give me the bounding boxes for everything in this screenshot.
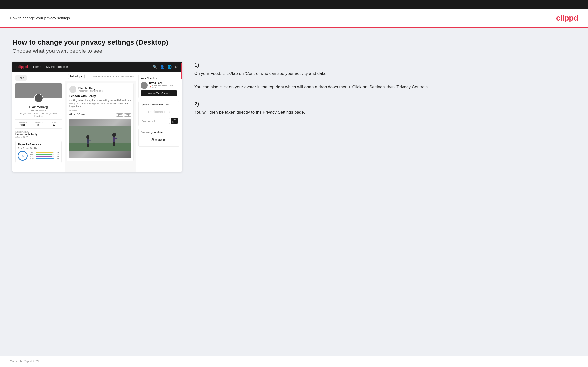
latest-activity-title: Lesson with Fordy [15, 133, 62, 136]
svg-rect-5 [87, 144, 88, 147]
instruction-1: 1) On your Feed, click/tap on 'Control w… [194, 62, 576, 91]
activity-user-meta: Yesterday · Sunningdale [78, 90, 103, 92]
player-performance: Player Performance Total Player Quality … [15, 141, 62, 163]
stat-followers: Followers 3 [34, 121, 42, 127]
nav-home: Home [33, 65, 41, 69]
svg-rect-11 [114, 142, 115, 146]
profile-stats: Activities 131 Followers 3 Following 4 [15, 119, 62, 129]
coach-info: David Ford 📍 Royal North Devon Golf Club [149, 82, 177, 89]
manage-coaches-button[interactable]: Manage Your Coaches [141, 90, 177, 96]
bar-ott-container [36, 152, 54, 153]
avatar [34, 94, 43, 103]
profile-club: Royal North Devon Golf Club, United King… [15, 112, 62, 117]
person-icon: 👤 [160, 65, 164, 69]
bar-app-container [36, 154, 54, 155]
app-mockup: clippd Home My Performance 🔍 👤 🌐 ⚙ Feed [12, 62, 182, 172]
trackman-placeholder: Trackman Link [141, 107, 177, 116]
activity-avatar [69, 86, 76, 93]
app-logo: clippd [16, 65, 28, 69]
stat-followers-value: 3 [34, 123, 42, 127]
feed-tab: Feed [15, 75, 27, 81]
svg-rect-1 [69, 143, 131, 151]
avatar-icon: ⚙ [175, 65, 178, 69]
coach-name: David Ford [149, 82, 177, 84]
following-button[interactable]: Following ▾ [68, 74, 85, 79]
tag-row: OTT APP [116, 113, 131, 117]
coach-club: 📍 Royal North Devon Golf Club [149, 84, 177, 89]
feed-header: Following ▾ Control who can see your act… [65, 72, 136, 81]
svg-rect-10 [113, 142, 114, 146]
bar-putt-container [36, 158, 54, 159]
activity-user-name: Blair McHarg [78, 87, 103, 90]
search-icon: 🔍 [153, 65, 157, 69]
profile-banner [15, 83, 62, 98]
site-footer: Copyright Clippd 2022 [0, 356, 588, 367]
location-pin-icon: 📍 [149, 86, 152, 88]
bar-ott-fill [36, 152, 53, 153]
trackman-input[interactable] [141, 118, 170, 124]
activity-user-row: Blair McHarg Yesterday · Sunningdale [69, 86, 131, 93]
coaches-title: Your Coaches [141, 77, 177, 80]
content-row: clippd Home My Performance 🔍 👤 🌐 ⚙ Feed [12, 62, 576, 172]
bar-arg-container [36, 156, 54, 157]
svg-point-2 [86, 135, 89, 139]
activity-image [69, 119, 131, 158]
page-subtitle: Choose what you want people to see [12, 48, 576, 54]
bar-arg-label: ARG [30, 156, 35, 157]
coach-club-name: Royal North Devon Golf Club [152, 84, 177, 89]
site-header: How to change your privacy settings clip… [0, 9, 588, 28]
bar-putt: PUTT 96 [30, 158, 59, 160]
instructions-col: 1) On your Feed, click/tap on 'Control w… [192, 62, 576, 126]
stat-activities-label: Activities [19, 121, 27, 123]
coach-item: David Ford 📍 Royal North Devon Golf Club [141, 82, 177, 89]
bar-app-fill [36, 154, 52, 155]
profile-subtitle: Plus Handicap [15, 109, 62, 112]
pp-title: Player Performance [18, 143, 59, 146]
privacy-control-link[interactable]: Control who can see your activity and da… [91, 75, 136, 78]
stat-followers-label: Followers [34, 121, 42, 123]
pp-quality-label: Total Player Quality [18, 147, 59, 149]
add-link-button[interactable]: Add Link [171, 118, 178, 124]
golf-image-svg [69, 119, 131, 158]
breadcrumb: How to change your privacy settings [10, 16, 70, 20]
app-sidebar: Feed Blair McHarg Plus Handicap Royal No… [12, 72, 65, 172]
trackman-title: Upload a Trackman Test [141, 103, 177, 106]
stat-activities-value: 131 [19, 123, 27, 127]
quality-bars: OTT 90 APP [30, 151, 59, 160]
location-icon: 🌐 [167, 65, 172, 69]
clippd-logo: clippd [556, 13, 578, 23]
page-title: How to change your privacy settings (Des… [12, 38, 576, 46]
latest-activity-label: Latest Activity [15, 131, 62, 133]
svg-rect-3 [87, 139, 89, 144]
stat-following-label: Following [50, 121, 58, 123]
app-body: Feed Blair McHarg Plus Handicap Royal No… [12, 72, 182, 172]
instruction-1-number: 1) [194, 62, 576, 68]
svg-point-7 [112, 133, 116, 137]
bar-putt-value: 96 [55, 158, 59, 160]
stat-following-value: 4 [50, 123, 58, 127]
stat-activities: Activities 131 [19, 121, 27, 127]
latest-activity-date: 03 Aug 2022 [15, 136, 62, 138]
instruction-1-text: On your Feed, click/tap on 'Control who … [194, 70, 576, 91]
connect-section: Connect your data Arccos [138, 129, 179, 147]
activity-card: Blair McHarg Yesterday · Sunningdale Les… [67, 83, 134, 161]
top-bar [0, 0, 588, 9]
instruction-2-text: You will then be taken directly to the P… [194, 109, 576, 116]
app-right-panel: Your Coaches David Ford 📍 Royal North De… [136, 72, 182, 172]
activity-title: Lesson with Fordy [69, 94, 131, 98]
bar-arg-fill [36, 156, 52, 157]
bar-app-label: APP [30, 154, 35, 155]
app-nav-right: 🔍 👤 🌐 ⚙ [153, 65, 178, 69]
svg-rect-9 [113, 138, 117, 139]
copyright: Copyright Clippd 2022 [10, 360, 40, 363]
bar-ott-value: 90 [55, 151, 59, 153]
pp-bottom: 92 OTT 90 APP [18, 151, 59, 161]
stat-following: Following 4 [50, 121, 58, 127]
quality-circle: 92 [18, 151, 28, 161]
activity-user-info: Blair McHarg Yesterday · Sunningdale [78, 87, 103, 92]
app-navbar: clippd Home My Performance 🔍 👤 🌐 ⚙ [12, 62, 182, 72]
bar-ott: OTT 90 [30, 151, 59, 153]
trackman-section: Upload a Trackman Test Trackman Link Add… [138, 101, 179, 126]
bar-app: APP 85 [30, 154, 59, 155]
bar-ott-label: OTT [30, 151, 35, 153]
